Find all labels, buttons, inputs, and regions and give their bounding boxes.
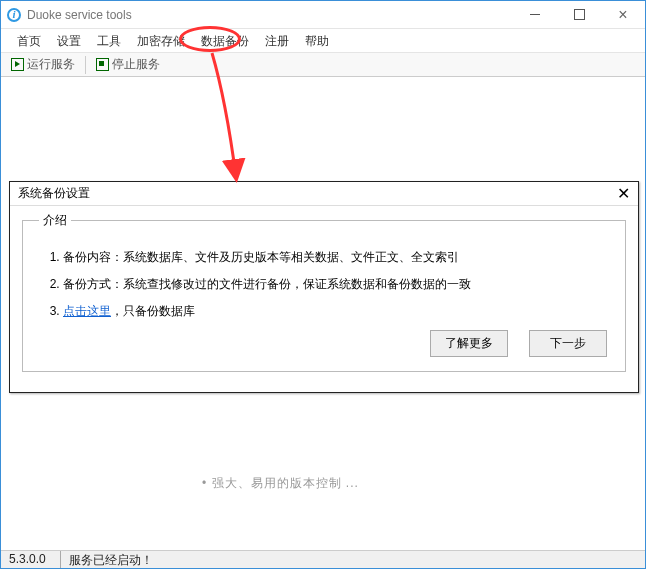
intro-list: 备份内容：系统数据库、文件及历史版本等相关数据、文件正文、全文索引 备份方式：系…: [39, 249, 609, 320]
window-title: Duoke service tools: [27, 8, 513, 22]
dialog-body: 介绍 备份内容：系统数据库、文件及历史版本等相关数据、文件正文、全文索引 备份方…: [10, 206, 638, 382]
window-close-button[interactable]: ×: [601, 1, 645, 29]
intro-item-method: 备份方式：系统查找修改过的文件进行备份，保证系统数据和备份数据的一致: [63, 276, 609, 293]
toolbar-stop-service[interactable]: 停止服务: [92, 56, 164, 73]
toolbar-start-label: 运行服务: [27, 56, 75, 73]
main-window: i Duoke service tools × 首页 设置 工具 加密存储 数据…: [0, 0, 646, 569]
dialog-title-text: 系统备份设置: [18, 185, 90, 202]
menu-bar: 首页 设置 工具 加密存储 数据备份 注册 帮助: [1, 29, 645, 53]
intro-item-link-rest: ，只备份数据库: [111, 304, 195, 318]
dialog-close-button[interactable]: ✕: [617, 186, 630, 202]
intro-item-link-row: 点击这里，只备份数据库: [63, 303, 609, 320]
title-bar: i Duoke service tools ×: [1, 1, 645, 29]
menu-help[interactable]: 帮助: [297, 29, 337, 53]
backup-db-only-link[interactable]: 点击这里: [63, 304, 111, 318]
toolbar-separator: [85, 56, 86, 74]
menu-data-backup[interactable]: 数据备份: [193, 29, 257, 53]
toolbar-stop-label: 停止服务: [112, 56, 160, 73]
menu-home[interactable]: 首页: [9, 29, 49, 53]
maximize-button[interactable]: [557, 1, 601, 29]
intro-legend: 介绍: [39, 212, 71, 229]
backup-settings-dialog: 系统备份设置 ✕ 介绍 备份内容：系统数据库、文件及历史版本等相关数据、文件正文…: [9, 181, 639, 393]
menu-encrypt-storage[interactable]: 加密存储: [129, 29, 193, 53]
app-info-icon: i: [7, 8, 21, 22]
stop-icon: [96, 58, 109, 71]
dialog-title-bar: 系统备份设置 ✕: [10, 182, 638, 206]
window-controls: ×: [513, 1, 645, 28]
play-icon: [11, 58, 24, 71]
menu-tools[interactable]: 工具: [89, 29, 129, 53]
background-hint-text: • 强大、易用的版本控制 ...: [202, 475, 359, 492]
toolbar-start-service[interactable]: 运行服务: [7, 56, 79, 73]
dialog-button-row: 了解更多 下一步: [39, 330, 609, 357]
minimize-button[interactable]: [513, 1, 557, 29]
menu-register[interactable]: 注册: [257, 29, 297, 53]
status-bar: 5.3.0.0 服务已经启动！: [1, 550, 645, 568]
next-step-button[interactable]: 下一步: [529, 330, 607, 357]
learn-more-button[interactable]: 了解更多: [430, 330, 508, 357]
status-message: 服务已经启动！: [61, 551, 645, 568]
menu-settings[interactable]: 设置: [49, 29, 89, 53]
intro-fieldset: 介绍 备份内容：系统数据库、文件及历史版本等相关数据、文件正文、全文索引 备份方…: [22, 212, 626, 372]
toolbar: 运行服务 停止服务: [1, 53, 645, 77]
intro-item-content: 备份内容：系统数据库、文件及历史版本等相关数据、文件正文、全文索引: [63, 249, 609, 266]
status-version: 5.3.0.0: [1, 551, 61, 568]
